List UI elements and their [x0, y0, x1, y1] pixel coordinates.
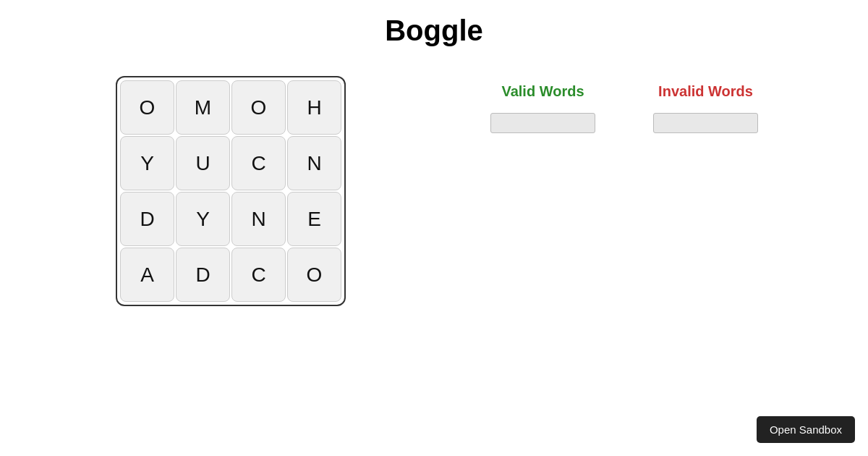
valid-words-column: Valid Words	[490, 83, 595, 133]
valid-words-title: Valid Words	[501, 83, 584, 100]
invalid-words-title: Invalid Words	[658, 83, 753, 100]
valid-words-input[interactable]	[490, 113, 595, 133]
board-tile-5[interactable]: U	[176, 136, 230, 190]
board-tile-15[interactable]: O	[287, 248, 341, 302]
board-tile-9[interactable]: Y	[176, 192, 230, 246]
boggle-board: OMOHYUCNDYNEADCO	[116, 76, 346, 306]
main-content: OMOHYUCNDYNEADCO Valid Words Invalid Wor…	[116, 76, 868, 306]
board-tile-0[interactable]: O	[120, 80, 174, 135]
board-tile-11[interactable]: E	[287, 192, 341, 246]
board-tile-10[interactable]: N	[231, 192, 286, 246]
board-tile-8[interactable]: D	[120, 192, 174, 246]
board-tile-12[interactable]: A	[120, 248, 174, 302]
board-tile-14[interactable]: C	[231, 248, 286, 302]
open-sandbox-button[interactable]: Open Sandbox	[757, 416, 855, 443]
board-tile-1[interactable]: M	[176, 80, 230, 135]
board-tile-13[interactable]: D	[176, 248, 230, 302]
board-tile-3[interactable]: H	[287, 80, 341, 135]
invalid-words-input[interactable]	[653, 113, 758, 133]
page-title: Boggle	[0, 0, 868, 47]
words-section: Valid Words Invalid Words	[490, 83, 758, 133]
board-tile-2[interactable]: O	[231, 80, 286, 135]
invalid-words-column: Invalid Words	[653, 83, 758, 133]
board-tile-7[interactable]: N	[287, 136, 341, 190]
board-tile-6[interactable]: C	[231, 136, 286, 190]
board-tile-4[interactable]: Y	[120, 136, 174, 190]
